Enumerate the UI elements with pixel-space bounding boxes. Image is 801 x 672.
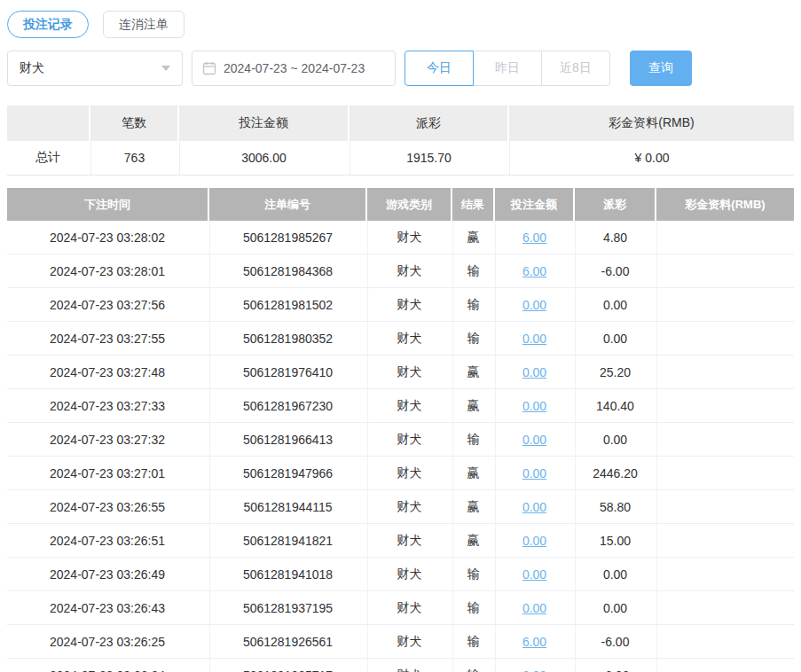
bet-amount-link[interactable]: 0.00 xyxy=(522,399,546,413)
records-table: 下注时间注单编号游戏类别结果投注金额派彩彩金资料(RMB) 2024-07-23… xyxy=(7,188,794,672)
result-label: 输 xyxy=(452,659,493,672)
bet-time: 2024-07-23 03:26:24 xyxy=(7,659,208,672)
payout-value: -6.00 xyxy=(575,254,655,287)
game-select[interactable]: 财犬 xyxy=(7,51,183,86)
order-number: 5061281947966 xyxy=(209,457,365,489)
order-number: 5061281941821 xyxy=(209,524,365,557)
table-row: 2024-07-23 03:26:255061281926561财犬输6.00-… xyxy=(7,625,794,659)
table-row: 2024-07-23 03:26:515061281941821财犬赢0.001… xyxy=(7,524,794,558)
payout-value: 2446.20 xyxy=(575,457,655,489)
bet-amount-link[interactable]: 0.00 xyxy=(522,567,546,582)
payout-value: 0.00 xyxy=(575,423,655,456)
bet-amount-link[interactable]: 6.00 xyxy=(522,231,546,245)
result-label: 赢 xyxy=(452,389,493,422)
calendar-icon xyxy=(202,61,216,75)
records-header-cell-6: 彩金资料(RMB) xyxy=(656,188,794,221)
order-number: 5061281980352 xyxy=(209,322,365,355)
order-number: 5061281976410 xyxy=(209,356,365,388)
order-number: 5061281966413 xyxy=(209,423,365,456)
game-category: 财犬 xyxy=(367,524,451,557)
result-label: 赢 xyxy=(452,221,493,254)
bet-time: 2024-07-23 03:27:32 xyxy=(7,423,208,456)
bonus-value xyxy=(656,221,794,254)
bet-amount-link[interactable]: 0.00 xyxy=(522,601,546,615)
today-button[interactable]: 今日 xyxy=(404,51,474,86)
bet-amount-link[interactable]: 0.00 xyxy=(522,365,546,379)
yesterday-button[interactable]: 昨日 xyxy=(473,51,542,86)
bet-time: 2024-07-23 03:27:55 xyxy=(7,322,208,355)
game-category: 财犬 xyxy=(367,659,451,672)
result-label: 输 xyxy=(452,558,493,590)
query-button[interactable]: 查询 xyxy=(630,51,692,86)
game-category: 财犬 xyxy=(367,558,451,590)
summary-total-cell-3: 1915.70 xyxy=(349,141,507,175)
payout-value: 0.00 xyxy=(575,322,655,355)
order-number: 5061281944115 xyxy=(209,490,365,523)
bet-amount-link[interactable]: 0.00 xyxy=(522,466,546,481)
order-number: 5061281985267 xyxy=(209,221,365,254)
summary-table: 笔数投注金额派彩彩金资料(RMB) 总计7633006.001915.70¥ 0… xyxy=(7,105,794,176)
summary-header-cell-2: 投注金额 xyxy=(179,105,348,141)
bonus-value xyxy=(656,659,794,672)
summary-total-cell-2: 3006.00 xyxy=(179,141,348,175)
bet-amount-link[interactable]: 0.00 xyxy=(522,534,546,548)
table-row: 2024-07-23 03:27:565061281981502财犬输0.000… xyxy=(7,288,794,322)
order-number: 5061281925717 xyxy=(209,659,365,672)
bonus-value xyxy=(656,254,794,287)
bet-amount-link[interactable]: 0.00 xyxy=(522,298,546,312)
last-8-days-button[interactable]: 近8日 xyxy=(541,51,610,86)
result-label: 赢 xyxy=(452,490,493,523)
table-row: 2024-07-23 03:27:015061281947966财犬赢0.002… xyxy=(7,457,794,490)
records-header-cell-2: 游戏类别 xyxy=(367,188,451,221)
bet-amount-cell: 0.00 xyxy=(495,356,573,388)
bet-amount-link[interactable]: 0.00 xyxy=(522,500,546,514)
bet-time: 2024-07-23 03:28:01 xyxy=(7,254,208,287)
game-category: 财犬 xyxy=(367,322,451,355)
order-number: 5061281981502 xyxy=(209,288,365,321)
bonus-value xyxy=(656,423,794,456)
records-header-cell-4: 投注金额 xyxy=(495,188,573,221)
summary-total-row: 总计7633006.001915.70¥ 0.00 xyxy=(7,141,794,176)
game-category: 财犬 xyxy=(367,457,451,489)
bet-amount-cell: 0.00 xyxy=(495,322,573,355)
payout-value: 0.00 xyxy=(575,558,655,590)
bet-time: 2024-07-23 03:26:43 xyxy=(7,591,208,624)
order-number: 5061281941018 xyxy=(209,558,365,590)
bet-amount-link[interactable]: 0.00 xyxy=(522,433,546,447)
table-row: 2024-07-23 03:26:495061281941018财犬输0.000… xyxy=(7,558,794,591)
bet-time: 2024-07-23 03:26:49 xyxy=(7,558,208,590)
date-range-value: 2024-07-23 ~ 2024-07-23 xyxy=(224,61,365,75)
order-number: 5061281926561 xyxy=(209,625,365,658)
bet-amount-link[interactable]: 6.00 xyxy=(522,264,546,278)
bonus-value xyxy=(656,389,794,422)
game-category: 财犬 xyxy=(367,389,451,422)
tab-cancelled-orders[interactable]: 连消注单 xyxy=(103,11,185,38)
date-range-input[interactable]: 2024-07-23 ~ 2024-07-23 xyxy=(192,51,396,86)
table-row: 2024-07-23 03:26:555061281944115财犬赢0.005… xyxy=(7,490,794,524)
bet-amount-link[interactable]: 0.00 xyxy=(522,332,546,346)
bet-amount-cell: 6.00 xyxy=(495,625,573,658)
game-category: 财犬 xyxy=(367,254,451,287)
order-number: 5061281984368 xyxy=(209,254,365,287)
summary-header-cell-0 xyxy=(7,105,89,141)
result-label: 输 xyxy=(452,625,493,658)
bonus-value xyxy=(656,490,794,523)
bonus-value xyxy=(656,524,794,557)
payout-value: 58.80 xyxy=(575,490,655,523)
bet-amount-link[interactable]: 6.00 xyxy=(522,635,546,649)
bet-amount-cell: 0.00 xyxy=(495,490,573,523)
result-label: 输 xyxy=(452,423,493,456)
bet-amount-link[interactable]: 6.00 xyxy=(522,668,546,672)
bet-amount-cell: 0.00 xyxy=(495,591,573,624)
summary-total-cell-4: ¥ 0.00 xyxy=(509,141,794,175)
bet-amount-cell: 6.00 xyxy=(495,254,573,287)
bet-amount-cell: 0.00 xyxy=(495,457,573,489)
game-category: 财犬 xyxy=(367,423,451,456)
summary-total-cell-0: 总计 xyxy=(7,141,89,175)
bonus-value xyxy=(656,288,794,321)
bonus-value xyxy=(656,356,794,388)
bet-time: 2024-07-23 03:28:02 xyxy=(7,221,208,254)
payout-value: -6.00 xyxy=(575,625,655,658)
tab-bet-records[interactable]: 投注记录 xyxy=(7,11,89,38)
result-label: 赢 xyxy=(452,356,493,388)
